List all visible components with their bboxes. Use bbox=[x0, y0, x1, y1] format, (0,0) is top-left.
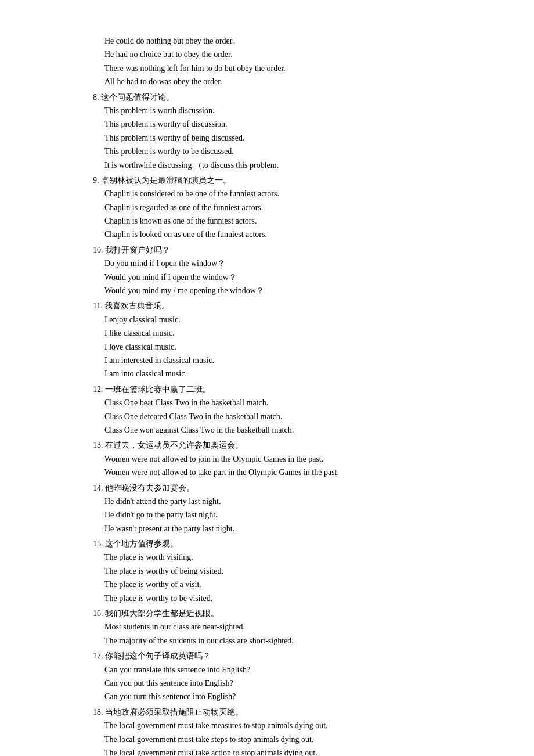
section-12-line-2: Class One defeated Class Two in the bask… bbox=[93, 411, 430, 423]
section-16-line-1: Most students in our class are near-sigh… bbox=[93, 621, 430, 633]
section-10-line-3: Would you mind my / me opening the windo… bbox=[93, 285, 430, 297]
section-11-line-1: I enjoy classical music. bbox=[93, 314, 430, 326]
section-11-line-5: I am into classical music. bbox=[93, 368, 430, 380]
section-9-line-1: Chaplin is considered to be one of the f… bbox=[93, 188, 430, 200]
section-13-line-1: Women were not allowed to join in the Ol… bbox=[93, 453, 430, 466]
section-17: 17. 你能把这个句子译成英语吗？ Can you translate this… bbox=[93, 650, 430, 704]
section-16-line-2: The majority of the students in our clas… bbox=[93, 635, 430, 647]
section-10-line-1: Do you mind if I open the window？ bbox=[93, 257, 430, 270]
section-8-line-5: It is worthwhile discussing （to discuss … bbox=[93, 159, 430, 172]
section-13-header: 13. 在过去，女运动员不允许参加奥运会。 bbox=[93, 439, 430, 452]
section-15-line-1: The place is worth visiting. bbox=[93, 551, 430, 564]
section-16: 16. 我们班大部分学生都是近视眼。 Most students in our … bbox=[93, 607, 430, 647]
section-14-line-1: He didn't attend the party last night. bbox=[93, 495, 430, 508]
section-9-line-4: Chaplin is looked on as one of the funni… bbox=[93, 228, 430, 241]
section-9-header: 9. 卓别林被认为是最滑稽的演员之一。 bbox=[93, 174, 430, 187]
section-15-header: 15. 这个地方值得参观。 bbox=[93, 538, 430, 550]
section-14-header: 14. 他昨晚没有去参加宴会。 bbox=[93, 482, 430, 495]
section-9: 9. 卓别林被认为是最滑稽的演员之一。 Chaplin is considere… bbox=[93, 174, 430, 242]
page-content: He could do nothing but obey the order. … bbox=[93, 35, 430, 756]
section-15: 15. 这个地方值得参观。 The place is worth visitin… bbox=[93, 538, 430, 605]
section-13: 13. 在过去，女运动员不允许参加奥运会。 Women were not all… bbox=[93, 439, 430, 479]
intro-section: He could do nothing but obey the order. … bbox=[93, 35, 430, 89]
intro-line-2: He had no choice but to obey the order. bbox=[93, 48, 430, 61]
section-12-line-3: Class One won against Class Two in the b… bbox=[93, 424, 430, 437]
intro-line-3: There was nothing left for him to do but… bbox=[93, 62, 430, 75]
section-11-header: 11. 我喜欢古典音乐。 bbox=[93, 300, 430, 312]
section-17-line-3: Can you turn this sentence into English? bbox=[93, 690, 430, 703]
section-17-header: 17. 你能把这个句子译成英语吗？ bbox=[93, 650, 430, 663]
section-11: 11. 我喜欢古典音乐。 I enjoy classical music. I … bbox=[93, 300, 430, 380]
section-8-line-2: This problem is worthy of discussion. bbox=[93, 118, 430, 131]
section-8-line-4: This problem is worthy to be discussed. bbox=[93, 145, 430, 158]
intro-line-4: All he had to do was obey the order. bbox=[93, 75, 430, 88]
section-8-line-1: This problem is worth discussion. bbox=[93, 105, 430, 117]
intro-line-1: He could do nothing but obey the order. bbox=[93, 35, 430, 48]
section-17-line-1: Can you translate this sentence into Eng… bbox=[93, 664, 430, 676]
section-14: 14. 他昨晚没有去参加宴会。 He didn't attend the par… bbox=[93, 482, 430, 536]
section-11-line-3: I love classical music. bbox=[93, 341, 430, 354]
section-10-header: 10. 我打开窗户好吗？ bbox=[93, 244, 430, 257]
section-18-line-2: The local government must take steps to … bbox=[93, 733, 430, 746]
section-9-line-3: Chaplin is known as one of the funniest … bbox=[93, 215, 430, 228]
section-12-header: 12. 一班在篮球比赛中赢了二班。 bbox=[93, 383, 430, 396]
section-12: 12. 一班在篮球比赛中赢了二班。 Class One beat Class T… bbox=[93, 383, 430, 437]
section-8: 8. 这个问题值得讨论。 This problem is worth discu… bbox=[93, 91, 430, 172]
section-14-line-3: He wasn't present at the party last nigh… bbox=[93, 523, 430, 535]
section-10: 10. 我打开窗户好吗？ Do you mind if I open the w… bbox=[93, 244, 430, 298]
section-13-line-2: Women were not allowed to take part in t… bbox=[93, 466, 430, 479]
section-18: 18. 当地政府必须采取措施阻止动物灭绝。 The local governme… bbox=[93, 706, 430, 756]
section-12-line-1: Class One beat Class Two in the basketba… bbox=[93, 397, 430, 409]
section-11-line-4: I am interested in classical music. bbox=[93, 354, 430, 367]
section-16-header: 16. 我们班大部分学生都是近视眼。 bbox=[93, 607, 430, 620]
section-9-line-2: Chaplin is regarded as one of the funnie… bbox=[93, 201, 430, 214]
section-11-line-2: I like classical music. bbox=[93, 327, 430, 340]
section-8-header: 8. 这个问题值得讨论。 bbox=[93, 91, 430, 104]
section-10-line-2: Would you mind if I open the window？ bbox=[93, 271, 430, 284]
section-18-line-1: The local government must take measures … bbox=[93, 719, 430, 732]
section-15-line-3: The place is worthy of a visit. bbox=[93, 578, 430, 591]
section-18-header: 18. 当地政府必须采取措施阻止动物灭绝。 bbox=[93, 706, 430, 719]
section-15-line-2: The place is worthy of being visited. bbox=[93, 565, 430, 578]
section-18-line-3: The local government must take action to… bbox=[93, 747, 430, 756]
section-17-line-2: Can you put this sentence into English? bbox=[93, 677, 430, 690]
section-8-line-3: This problem is worthy of being discusse… bbox=[93, 132, 430, 145]
section-14-line-2: He didn't go to the party last night. bbox=[93, 509, 430, 521]
section-15-line-4: The place is worthy to be visited. bbox=[93, 592, 430, 605]
